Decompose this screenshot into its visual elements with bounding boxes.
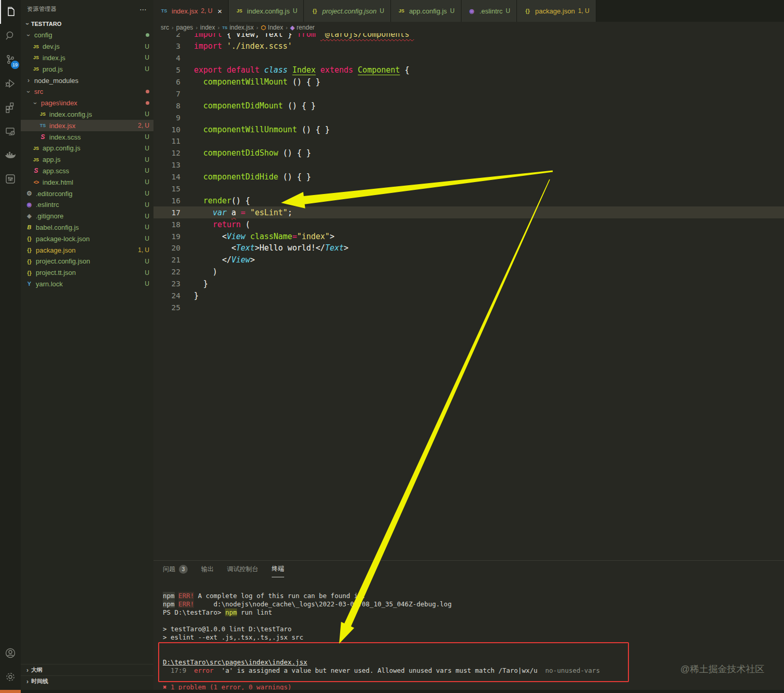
close-icon[interactable]: × xyxy=(218,7,222,16)
code-text: componentDidMount () { } xyxy=(194,101,316,110)
modified-dot xyxy=(146,90,149,93)
file-tree-item[interactable]: ⚙.editorconfigU xyxy=(21,188,153,199)
breadcrumb-separator: › xyxy=(172,24,174,31)
explorer-icon[interactable] xyxy=(0,0,21,24)
code-line[interactable]: 10 componentWillUnmount () { } xyxy=(153,123,784,135)
terminal-line: PS D:\testTaro> npm run lint xyxy=(163,608,784,617)
file-tree-item[interactable]: ›src xyxy=(21,86,153,98)
git-status-badge: U xyxy=(145,235,149,242)
file-tree-item[interactable]: Sapp.scssU xyxy=(21,165,153,177)
code-line[interactable]: 18 return ( xyxy=(153,218,784,230)
code-line[interactable]: 15 xyxy=(153,183,784,195)
file-tree-item[interactable]: JSapp.jsU xyxy=(21,154,153,165)
line-number: 11 xyxy=(153,137,180,145)
project-root-row[interactable]: › TESTTARO xyxy=(21,18,153,30)
file-tree-item[interactable]: Yyarn.lockU xyxy=(21,279,153,290)
docker-icon[interactable] xyxy=(0,143,21,167)
sidebar-section-时间线[interactable]: ›时间线 xyxy=(21,675,153,687)
code-line[interactable]: 16 render() { xyxy=(153,195,784,206)
terminal-output[interactable]: npm ERR! A complete log of this run can … xyxy=(153,592,784,691)
breadcrumb-item[interactable]: ⬡Index xyxy=(261,24,283,31)
code-line[interactable]: 23 } xyxy=(153,278,784,290)
panel-tab[interactable]: 问题3 xyxy=(163,561,188,577)
file-tree-item[interactable]: {}project.config.jsonU xyxy=(21,256,153,267)
breadcrumb-item[interactable]: src xyxy=(161,24,169,31)
code-line[interactable]: 14 componentDidHide () { } xyxy=(153,171,784,183)
line-number: 22 xyxy=(153,268,180,276)
source-control-icon[interactable]: 19 xyxy=(0,48,21,72)
file-tree-item[interactable]: {}package-lock.jsonU xyxy=(21,233,153,244)
yarn-file-icon: Y xyxy=(25,281,34,287)
breadcrumb-label: src xyxy=(161,24,169,31)
file-tree-item[interactable]: JSindex.jsU xyxy=(21,52,153,64)
code-line[interactable]: 4 xyxy=(153,52,784,64)
panel-tab[interactable]: 终端 xyxy=(272,561,284,577)
editor-tab[interactable]: ◉.eslintrcU xyxy=(461,0,517,22)
code-line[interactable]: 24} xyxy=(153,290,784,302)
file-tree-item[interactable]: ›config xyxy=(21,30,153,41)
code-text: </View> xyxy=(194,255,255,265)
code-line[interactable]: 6 componentWillMount () { } xyxy=(153,76,784,88)
breadcrumb-label: index xyxy=(200,24,215,31)
editor-tab[interactable]: {}project.config.jsonU xyxy=(304,0,390,22)
panel-tab-label: 调试控制台 xyxy=(227,565,258,574)
code-line[interactable]: 19 <View className="index"> xyxy=(153,230,784,242)
code-editor[interactable]: 2import { View, Text } from '@tarojs/com… xyxy=(153,33,784,560)
run-debug-icon[interactable] xyxy=(0,72,21,95)
code-line[interactable]: 13 xyxy=(153,159,784,171)
code-line[interactable]: 12 componentDidShow () { } xyxy=(153,147,784,159)
js-file-icon: JS xyxy=(32,66,40,72)
file-tree-item[interactable]: ›pages\index xyxy=(21,98,153,109)
file-tree-item[interactable]: {}project.tt.jsonU xyxy=(21,267,153,279)
file-tree-item[interactable]: ›node_modules xyxy=(21,75,153,86)
settings-gear-icon[interactable] xyxy=(0,665,21,689)
file-tree-item[interactable]: Bbabel.config.jsU xyxy=(21,222,153,233)
code-line[interactable]: 11 xyxy=(153,135,784,147)
file-tree-item[interactable]: JSapp.config.jsU xyxy=(21,143,153,154)
tuning-icon[interactable] xyxy=(0,167,21,191)
panel-tab[interactable]: 输出 xyxy=(201,561,214,577)
panel-tab[interactable]: 调试控制台 xyxy=(227,561,258,577)
editor-tab[interactable]: {}package.json1, U xyxy=(517,0,596,22)
file-tree-item[interactable]: {}package.json1, U xyxy=(21,244,153,256)
file-tree-item[interactable]: ◉.eslintrcU xyxy=(21,199,153,211)
breadcrumb-item[interactable]: pages xyxy=(176,24,193,31)
editor-tab[interactable]: JSapp.config.jsU xyxy=(391,0,461,22)
line-number: 24 xyxy=(153,292,180,300)
code-line[interactable]: 22 ) xyxy=(153,266,784,278)
extensions-icon[interactable] xyxy=(0,95,21,119)
file-tree-item[interactable]: JSprod.jsU xyxy=(21,63,153,75)
breadcrumb-item[interactable]: TSindex.jsx xyxy=(222,24,254,31)
code-line[interactable]: 9 xyxy=(153,112,784,123)
file-tree-label: index.scss xyxy=(49,133,81,141)
file-tree-item[interactable]: JSdev.jsU xyxy=(21,41,153,52)
file-tree-item[interactable]: JSindex.config.jsU xyxy=(21,109,153,120)
editor-tab[interactable]: JSindex.config.jsU xyxy=(229,0,304,22)
code-line[interactable]: 21 </View> xyxy=(153,254,784,266)
remote-indicator[interactable] xyxy=(0,690,21,693)
breadcrumb-item[interactable]: ◈render xyxy=(290,24,315,31)
code-line[interactable]: 8 componentDidMount () { } xyxy=(153,100,784,112)
code-line[interactable]: 7 xyxy=(153,88,784,100)
terminal-line xyxy=(163,642,784,650)
more-actions-icon[interactable]: ⋯ xyxy=(139,5,147,13)
code-text: import { View, Text } from '@tarojs/comp… xyxy=(194,33,414,39)
editor-tab[interactable]: TSindex.jsx2, U× xyxy=(153,0,229,22)
account-icon[interactable] xyxy=(0,641,21,665)
file-tree-item[interactable]: <>index.htmlU xyxy=(21,176,153,188)
file-tree-item[interactable]: TSindex.jsx2, U xyxy=(21,120,153,131)
code-line[interactable]: 2import { View, Text } from '@tarojs/com… xyxy=(153,33,784,40)
code-line[interactable]: 25 xyxy=(153,301,784,313)
code-line[interactable]: 3import './index.scss' xyxy=(153,40,784,52)
search-icon[interactable] xyxy=(0,24,21,48)
file-tree-item[interactable]: ◈.gitignoreU xyxy=(21,211,153,222)
remote-explorer-icon[interactable] xyxy=(0,119,21,143)
sidebar-section-大纲[interactable]: ›大纲 xyxy=(21,664,153,675)
chevron-right-icon: › xyxy=(24,678,31,685)
code-line[interactable]: 20 <Text>Hello world!</Text> xyxy=(153,242,784,254)
file-tree-item[interactable]: Sindex.scssU xyxy=(21,131,153,143)
git-status-badge: U xyxy=(145,133,149,141)
code-line[interactable]: 5export default class Index extends Comp… xyxy=(153,64,784,76)
breadcrumb-item[interactable]: index xyxy=(200,24,215,31)
code-line[interactable]: 17 var a = "esLint"; xyxy=(153,206,784,218)
